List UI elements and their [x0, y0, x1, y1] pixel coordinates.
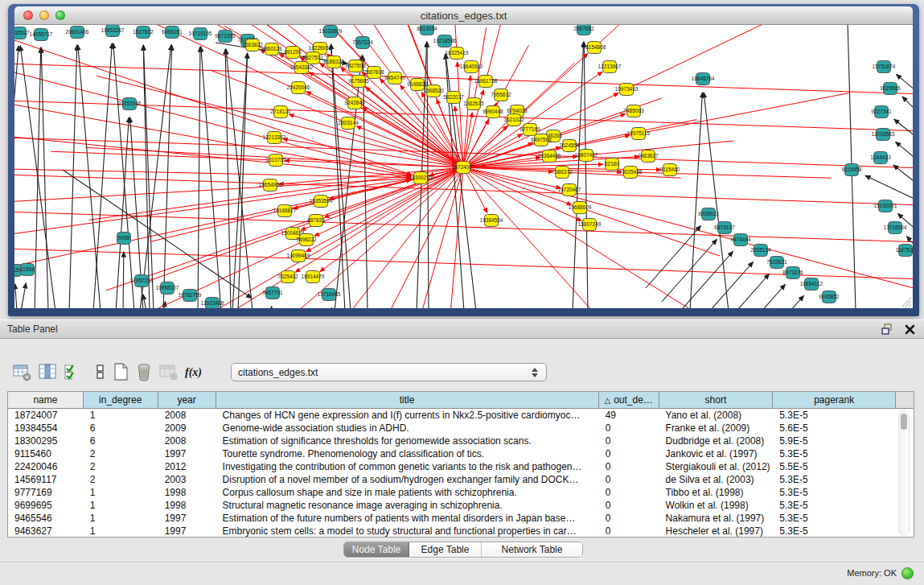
table-row[interactable]: 946362711997Embryonic stem cells: a mode…	[8, 525, 896, 537]
minimize-window-button[interactable]	[39, 10, 49, 20]
sort-ascending-icon: △	[604, 396, 610, 405]
graph-node-label: 12093583	[872, 131, 895, 137]
network-view-canvas[interactable]: 2035527140557172069140610653287152760264…	[14, 25, 913, 308]
tab-edge-table[interactable]: Edge Table	[409, 542, 482, 557]
table-settings-icon[interactable]	[10, 360, 32, 382]
column-header-pagerank[interactable]: pagerank	[773, 392, 896, 408]
graph-node-label: 19218586	[433, 38, 457, 43]
tab-node-table[interactable]: Node Table	[344, 542, 409, 557]
table-row[interactable]: 1830029562008Estimation of significance …	[8, 435, 896, 447]
zoom-window-button[interactable]	[55, 10, 65, 20]
function-icon-label: f(x)	[185, 366, 202, 379]
graph-node-label: 9115460	[660, 167, 680, 172]
graph-node-label: 9245652	[819, 294, 840, 299]
table-cell: 22420046	[8, 460, 84, 473]
table-cell: 18724007	[8, 409, 84, 422]
scrollbar-thumb[interactable]	[901, 414, 907, 430]
table-row[interactable]: 2242004622012Investigating the contribut…	[8, 460, 896, 473]
table-scrollbar[interactable]	[896, 409, 914, 537]
table-cell: 1997	[158, 512, 216, 525]
graph-node-label: 16154808	[583, 44, 606, 50]
header-scroll-corner	[896, 392, 914, 408]
column-chooser-icon[interactable]	[36, 360, 58, 382]
window-resize-grip[interactable]	[902, 298, 911, 307]
delete-column-icon[interactable]	[157, 360, 179, 382]
table-row[interactable]: 911546021997Tourette syndrome. Phenomeno…	[8, 447, 896, 460]
table-cell: 2008	[158, 435, 216, 447]
memory-status-indicator-icon[interactable]	[901, 567, 914, 579]
table-cell: 1997	[158, 525, 216, 537]
table-cell: 49	[599, 409, 659, 422]
graph-node-label: 11568	[20, 266, 35, 272]
table-cell: 5.3E-5	[773, 486, 896, 499]
graph-node-label: 1167533	[896, 247, 913, 253]
network-graph[interactable]: 2035527140557172069140610653287152760264…	[14, 25, 913, 308]
graph-node-label: 7955812	[491, 92, 511, 97]
row-height-icon[interactable]	[88, 360, 110, 382]
tab-network-table[interactable]: Network Table	[482, 542, 582, 557]
graph-node-label: 16782759	[179, 292, 202, 298]
dropdown-arrows-icon	[532, 368, 538, 377]
graph-node-label: 6879197	[714, 225, 735, 230]
table-selector-value: citations_edges.txt	[238, 367, 532, 378]
table-row[interactable]: 977716911998Corpus callosum shape and si…	[8, 486, 896, 499]
table-cell: 0	[599, 460, 659, 473]
table-cell: 5.3E-5	[773, 473, 896, 486]
graph-node-label: 9474444	[730, 237, 751, 242]
table-cell: 5.3E-5	[773, 512, 896, 525]
graph-node-label: 12213363	[263, 134, 286, 140]
table-cell: Investigating the contribution of common…	[216, 460, 599, 473]
table-cell: 1998	[158, 499, 216, 512]
graph-node-label: 9329966	[880, 85, 901, 91]
table-cell: Changes of HCN gene expression and I(f) …	[216, 409, 599, 422]
table-row[interactable]: 1456911722003Disruption of a novel membe…	[8, 473, 896, 486]
network-window: citations_edges.txt 20355271405571720691…	[8, 4, 919, 316]
float-panel-icon[interactable]	[879, 322, 895, 336]
graph-node-label: 9938	[118, 235, 130, 241]
graph-node-label: 16720407	[558, 187, 581, 192]
table-cell: 14569117	[8, 473, 84, 486]
table-cell: Stergiakouli et al. (2012)	[659, 460, 774, 473]
column-header-title[interactable]: title	[216, 392, 599, 408]
table-row[interactable]: 1872400712008Changes of HCN gene express…	[8, 409, 896, 422]
graph-node-label: 10688609	[569, 204, 592, 210]
table-cell: Dudbridge et al. (2008)	[659, 435, 774, 447]
graph-node-label: 7625402	[277, 274, 298, 279]
table-cell: 0	[599, 499, 659, 512]
table-cell: 9115460	[8, 447, 84, 460]
function-builder-icon[interactable]: f(x)	[182, 360, 203, 382]
statusbar-divider	[0, 562, 924, 562]
table-cell: 5.3E-5	[773, 525, 896, 537]
table-row[interactable]: 1938455462009Genome-wide association stu…	[8, 422, 896, 435]
graph-node-label: 18724007	[452, 164, 475, 170]
window-title: citations_edges.txt	[14, 10, 913, 22]
table-cell: Genome-wide association studies in ADHD.	[216, 422, 599, 435]
new-table-icon[interactable]	[109, 360, 131, 382]
table-cell: 9699695	[8, 499, 84, 512]
delete-table-icon[interactable]	[133, 360, 154, 382]
table-row[interactable]: 969969511998Structural magnetic resonanc…	[8, 499, 896, 512]
close-window-button[interactable]	[23, 10, 33, 20]
graph-node-label: 16961758	[474, 78, 498, 84]
window-titlebar[interactable]: citations_edges.txt	[14, 6, 913, 25]
table-cell: Tibbo et al. (1998)	[659, 486, 774, 499]
column-header-out_de[interactable]: △out_de…	[599, 392, 659, 408]
graph-node-label: 10543382	[290, 64, 314, 70]
table-cell: Tourette syndrome. Phenomenology and cla…	[216, 447, 599, 460]
graph-node-label: 2687682	[573, 26, 594, 31]
close-panel-icon[interactable]	[901, 322, 918, 336]
column-header-year[interactable]: year	[158, 392, 216, 408]
graph-node-label: 2667608	[363, 69, 384, 75]
table-cell: 5.5E-5	[773, 460, 896, 473]
column-header-short[interactable]: short	[659, 392, 774, 408]
graph-node-label: 18654906	[259, 182, 282, 187]
table-cell: 1998	[158, 486, 216, 499]
select-rows-icon[interactable]	[61, 360, 83, 382]
column-header-in_degree[interactable]: in_degree	[84, 392, 158, 408]
scrollbar-track[interactable]	[898, 410, 910, 535]
table-row[interactable]: 946554611997Estimation of the future num…	[8, 512, 896, 525]
table-selector-dropdown[interactable]: citations_edges.txt	[231, 363, 547, 381]
column-header-name[interactable]: name	[8, 392, 84, 408]
table-cell: Corpus callosum shape and size in male p…	[216, 486, 599, 499]
traffic-lights	[23, 10, 65, 20]
